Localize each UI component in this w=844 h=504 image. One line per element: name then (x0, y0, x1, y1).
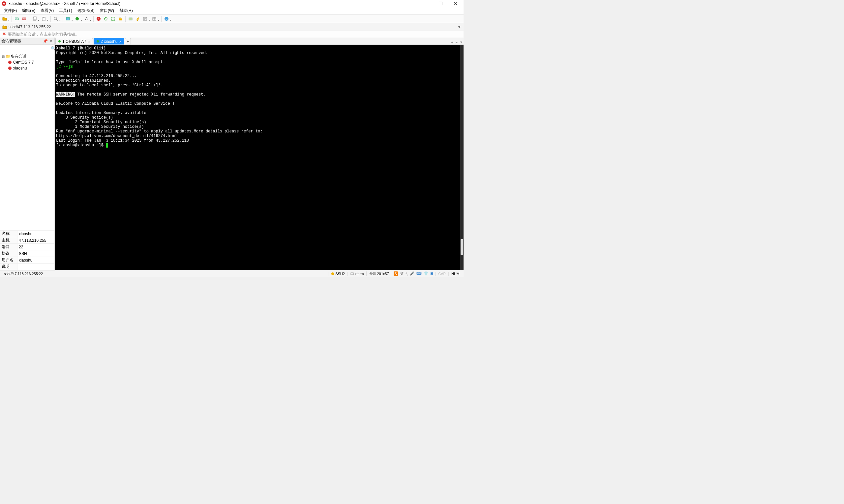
tab-close-icon[interactable]: × (119, 39, 121, 43)
layout-button[interactable] (151, 16, 158, 22)
address-text[interactable]: ssh://47.113.216.255:22 (8, 25, 457, 29)
highlight-button[interactable] (135, 16, 141, 22)
tab-close-icon[interactable]: × (88, 39, 90, 43)
terminal-scrollbar[interactable] (460, 45, 464, 270)
folder-icon: 📁 (5, 54, 11, 59)
session-item-xiaoshu[interactable]: xiaoshu (1, 65, 54, 71)
tab-centos[interactable]: 1 CentOS 7.7 × (55, 38, 93, 44)
maximize-button[interactable]: ☐ (436, 1, 445, 6)
tab-list-icon[interactable]: ▾ (459, 40, 464, 44)
term-line: 3 Security notice(s) (56, 115, 113, 120)
status-protocol: SSH2 (328, 272, 347, 276)
tray-ime-lang[interactable]: 英 (400, 271, 403, 276)
prop-val: xiaoshu (17, 257, 54, 264)
tab-bar: 1 CentOS 7.7 × 2 xiaoshu × + ◂ ▸ ▾ (55, 38, 464, 45)
term-line: https://help.aliyun.com/document_detail/… (56, 134, 177, 138)
session-manager-panel: 会话管理器 📌 × 🔍 ⊟ 📁 所有会话 CentOS 7.7 xiaoshu (0, 38, 55, 270)
tray-grid-icon[interactable]: ⊞ (430, 271, 433, 276)
open-button[interactable] (1, 16, 8, 22)
terminal[interactable]: Xshell 7 (Build 0111) Copyright (c) 2020… (55, 45, 464, 270)
svg-rect-6 (66, 17, 70, 20)
svg-point-16 (8, 60, 12, 64)
prop-key: 说明 (0, 264, 17, 270)
term-line: Type `help' to learn how to use Xshell p… (56, 60, 165, 65)
svg-text:?: ? (166, 17, 167, 20)
flag-icon (2, 32, 6, 37)
copy-button[interactable] (31, 16, 38, 22)
panel-close-icon[interactable]: × (49, 39, 53, 43)
help-button[interactable]: ? (163, 16, 170, 22)
refresh-button[interactable] (103, 16, 109, 22)
tray-keyboard-icon[interactable]: ⌨ (416, 271, 422, 276)
menu-edit[interactable]: 编辑(E) (20, 7, 37, 14)
color-button[interactable] (74, 16, 81, 22)
window-title: xiaoshu - xiaoshu@xiaoshu:~ - Xshell 7 (… (8, 1, 421, 6)
font-button[interactable]: A (83, 16, 90, 22)
fullscreen-button[interactable] (110, 16, 116, 22)
menu-view[interactable]: 查看(V) (38, 7, 56, 14)
tree-root[interactable]: ⊟ 📁 所有会话 (1, 53, 54, 59)
separator (63, 16, 63, 22)
main-area: 会话管理器 📌 × 🔍 ⊟ 📁 所有会话 CentOS 7.7 xiaoshu (0, 38, 464, 270)
tab-prev-icon[interactable]: ◂ (450, 40, 454, 44)
transfer-button[interactable] (127, 16, 134, 22)
prop-key: 协议 (0, 250, 17, 257)
script-button[interactable] (142, 16, 148, 22)
session-item-centos[interactable]: CentOS 7.7 (1, 59, 54, 65)
tab-xiaoshu[interactable]: 2 xiaoshu × (93, 38, 124, 44)
session-search: 🔍 (0, 45, 54, 52)
tray-ime-icon[interactable]: S (394, 271, 398, 276)
svg-point-18 (331, 272, 334, 275)
menu-window[interactable]: 窗口(W) (98, 7, 116, 14)
session-search-input[interactable] (1, 46, 51, 51)
term-line: Run "dnf upgrade-minimal --security" to … (56, 129, 263, 134)
separator (12, 16, 12, 22)
term-line: Xshell 7 (Build 0111) (56, 46, 106, 51)
cursor-icon (106, 143, 108, 148)
minimize-button[interactable]: ― (421, 1, 430, 6)
menu-tabs[interactable]: 选项卡(B) (75, 7, 97, 14)
address-dropdown[interactable]: ▾ (457, 25, 462, 29)
prop-val (17, 264, 54, 270)
tray-mic-icon[interactable]: 🎤 (410, 271, 414, 276)
xagent-button[interactable]: X (95, 16, 102, 22)
tab-next-icon[interactable]: ▸ (454, 40, 459, 44)
close-button[interactable]: ✕ (451, 1, 460, 6)
tray-punct-icon[interactable]: °, (406, 272, 408, 276)
term-line: Updates Information Summary: available (56, 111, 147, 115)
reconnect-button[interactable] (14, 16, 20, 22)
session-item-label: CentOS 7.7 (13, 60, 34, 65)
menu-help[interactable]: 帮助(H) (117, 7, 135, 14)
tray-shirt-icon[interactable]: 👕 (424, 271, 428, 276)
find-button[interactable] (52, 16, 59, 22)
hintbar: 要添加当前会话，点击左侧的箭头按钮。 (0, 31, 464, 38)
disconnect-button[interactable] (21, 16, 28, 22)
app-icon (1, 1, 6, 6)
prop-val: SSH (17, 250, 54, 257)
svg-point-5 (54, 17, 57, 20)
paste-button[interactable] (40, 16, 47, 22)
term-local-prompt: [C:\~]$ (56, 65, 72, 69)
scrollbar-thumb[interactable] (461, 239, 463, 255)
prop-key: 用户名 (0, 257, 17, 264)
session-manager-header: 会话管理器 📌 × (0, 38, 54, 45)
lock-button[interactable] (117, 16, 124, 22)
separator (161, 16, 161, 22)
menubar: 文件(F) 编辑(E) 查看(V) 工具(T) 选项卡(B) 窗口(W) 帮助(… (0, 7, 464, 15)
session-button[interactable] (65, 16, 71, 22)
menu-tools[interactable]: 工具(T) (57, 7, 74, 14)
collapse-icon[interactable]: ⊟ (1, 55, 5, 58)
menu-file[interactable]: 文件(F) (2, 7, 19, 14)
pin-icon[interactable]: 📌 (42, 39, 49, 43)
prop-row: 用户名xiaoshu (0, 257, 54, 264)
tab-label: 1 CentOS 7.7 (62, 39, 86, 44)
status-cap: CAP (435, 272, 448, 276)
status-dot-icon (58, 40, 61, 42)
tree-root-label: 所有会话 (11, 54, 27, 59)
term-line: Copyright (c) 2020 NetSarang Computer, I… (56, 51, 208, 55)
tab-add-button[interactable]: + (125, 38, 131, 44)
prop-key: 端口 (0, 244, 17, 250)
prop-row: 名称xiaoshu (0, 231, 54, 237)
session-icon (8, 66, 13, 70)
svg-rect-2 (34, 17, 36, 20)
